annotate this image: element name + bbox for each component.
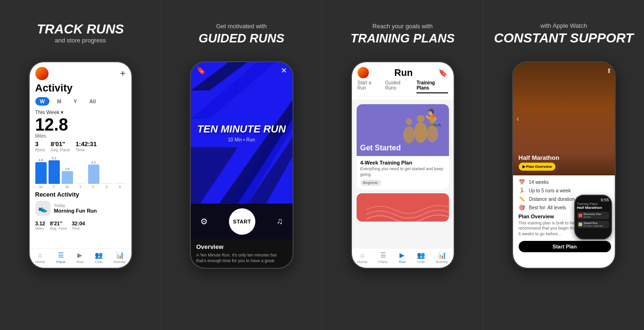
- run-icon-3: ▶: [399, 251, 405, 259]
- recent-title: Recent Activity: [35, 191, 126, 198]
- nav3-home[interactable]: ⌂ Home: [357, 251, 367, 264]
- panel3-subtitle: Reach your goals with: [373, 23, 433, 30]
- panel4-header: with Apple Watch CONSTANT SUPPORT: [494, 15, 633, 53]
- overview-title: Overview: [196, 243, 287, 250]
- bookmark-icon-3[interactable]: 🔖: [438, 68, 448, 77]
- bottom-nav-3: ⌂ Home ☰ Plans ▶ Run 👥: [352, 248, 454, 268]
- beginner-badge: Beginner: [360, 180, 381, 186]
- panel1-subtitle: and store progress: [55, 37, 106, 44]
- prev-arrow-icon[interactable]: ‹: [517, 115, 519, 123]
- overview-section: Overview A Ten Minute Run. It's only ten…: [191, 239, 293, 268]
- avatar: [35, 67, 49, 80]
- nav3-run[interactable]: ▶ Run: [399, 251, 406, 264]
- watch-app-title: Training Plans: [577, 202, 609, 206]
- stat-pace: 8'01" Avg. Pace: [51, 140, 70, 152]
- guided-top-icons: 🔖 ✕: [191, 66, 293, 75]
- run-date: Today: [54, 203, 126, 208]
- watch-details: 📅 14 weeks 🏃 Up to 5 runs a week 📏 Dista…: [513, 175, 616, 268]
- plan-overview-btn[interactable]: ▶ Plan Overview: [519, 163, 556, 171]
- share-icon[interactable]: ⬆: [606, 67, 612, 74]
- run-meta: 10 Min • Run: [197, 137, 285, 142]
- bar-sat: S: [101, 182, 113, 189]
- watch-screen: 9:55 Training Plans Half Marathon Recove…: [575, 196, 611, 239]
- activity-title: Activity: [35, 82, 126, 94]
- svg-point-11: [417, 115, 424, 123]
- tab-week[interactable]: W: [35, 97, 49, 106]
- activity-chart: 4.8 M 5.2 T 2.8 W: [35, 156, 126, 189]
- card-purple: 🏃 Get Started: [357, 104, 449, 156]
- watch-plan-title: Half Marathon: [577, 206, 609, 210]
- bottom-nav-1: ⌂ Home ☰ Plans ▶ Run 👥 Club: [30, 248, 131, 268]
- phone-3: Run 🔖 Start a Run Guided Runs Training P…: [351, 61, 455, 269]
- panel-training-plans: Reach your goals with TRAINING PLANS Run…: [322, 0, 483, 330]
- stat-time: 1:42:31 Time: [75, 140, 97, 152]
- video-title: Half Marathon: [519, 154, 560, 161]
- club-icon: 👥: [95, 251, 103, 259]
- svg-point-8: [414, 122, 427, 143]
- recent-run-info: Today Morning Fun Run: [54, 203, 126, 214]
- settings-icon[interactable]: ⚙: [200, 216, 208, 227]
- tab-all[interactable]: All: [84, 97, 100, 106]
- period-tabs: W M Y All: [35, 97, 126, 106]
- nav-plans[interactable]: ☰ Plans: [56, 251, 65, 264]
- run-header-top: Run 🔖: [358, 67, 448, 78]
- get-started-card[interactable]: 🏃 Get Started: [357, 104, 449, 190]
- red-card[interactable]: [357, 193, 449, 222]
- run-name: Morning Fun Run: [54, 208, 126, 214]
- bar-sun: S: [114, 182, 126, 189]
- phone-4-wrap: 👨 ‹ ⬆ Half Marathon ▶ Plan Overview 📅 14…: [512, 61, 616, 269]
- add-button[interactable]: +: [120, 68, 126, 79]
- nav3-plans[interactable]: ☰ Plans: [378, 251, 388, 264]
- ruler-icon: 📏: [519, 196, 525, 202]
- phone-2: 🔖 ✕ TEN MINUTE RUN 10 Min • Run ⚙ START …: [190, 61, 293, 269]
- home-icon: ⌂: [38, 251, 42, 259]
- app-container: TRACK RUNS and store progress + Activity…: [0, 0, 644, 330]
- panel3-title: TRAINING PLANS: [351, 32, 455, 45]
- tab-training-plans[interactable]: Training Plans: [416, 80, 448, 93]
- bookmark-icon[interactable]: 🔖: [196, 66, 206, 75]
- panel4-title: CONSTANT SUPPORT: [494, 31, 633, 46]
- run-section-title: Run: [394, 67, 413, 78]
- detail-weeks: 📅 14 weeks: [519, 179, 611, 185]
- calendar-icon: 📅: [519, 179, 525, 185]
- club-icon-3: 👥: [417, 251, 425, 259]
- nav-home[interactable]: ⌂ Home: [35, 251, 45, 264]
- tab-year[interactable]: Y: [69, 97, 82, 106]
- phone3-screen: Run 🔖 Start a Run Guided Runs Training P…: [352, 62, 454, 268]
- phone2-screen: 🔖 ✕ TEN MINUTE RUN 10 Min • Run ⚙ START …: [191, 62, 293, 268]
- avatar-3: [358, 67, 369, 78]
- plan-desc: Everything you need to get started and k…: [360, 166, 445, 177]
- nav3-club[interactable]: 👥 Club: [417, 251, 425, 264]
- nav-club[interactable]: 👥 Club: [95, 251, 103, 264]
- run-tabs: Start a Run Guided Runs Training Plans: [358, 80, 448, 97]
- guided-title-block: TEN MINUTE RUN 10 Min • Run: [197, 124, 285, 142]
- activity-icon-3: 📊: [438, 251, 446, 259]
- nav3-activity[interactable]: 📊 Activity: [436, 251, 448, 264]
- stat-runs: 3 Runs: [35, 140, 45, 152]
- detail-runs: 🏃 Up to 5 runs a week: [519, 188, 611, 194]
- nav-run[interactable]: ▶ Run: [77, 251, 84, 264]
- guided-controls: ⚙ START ♫: [191, 204, 293, 239]
- start-plan-button[interactable]: Start Plan: [519, 241, 611, 252]
- guided-bg: 🔖 ✕ TEN MINUTE RUN 10 Min • Run: [191, 62, 293, 204]
- bar-tue: 5.2 T: [49, 157, 60, 189]
- dark-screen: 🔖 ✕ TEN MINUTE RUN 10 Min • Run ⚙ START …: [191, 62, 293, 268]
- music-icon[interactable]: ♫: [277, 216, 283, 226]
- panel3-header: Reach your goals with TRAINING PLANS: [351, 15, 455, 53]
- nav-activity[interactable]: 📊 Activity: [114, 251, 125, 264]
- tab-month[interactable]: M: [52, 97, 66, 106]
- activity-icon: 📊: [116, 251, 124, 259]
- light-screen: Run 🔖 Start a Run Guided Runs Training P…: [352, 62, 454, 268]
- close-icon[interactable]: ✕: [281, 66, 287, 75]
- phone1-screen: + Activity W M Y All This Week ▾ 12.8 Mi…: [30, 62, 131, 268]
- tab-start-run[interactable]: Start a Run: [358, 80, 381, 93]
- panel4-subtitle: with Apple Watch: [540, 22, 587, 29]
- speed-dot: [579, 223, 582, 226]
- svg-point-9: [427, 125, 438, 142]
- bar-fri: 4.2 F: [88, 161, 99, 189]
- panel-track-runs: TRACK RUNS and store progress + Activity…: [0, 0, 161, 330]
- start-button[interactable]: START: [229, 208, 255, 235]
- tab-guided-runs[interactable]: Guided Runs: [385, 80, 412, 93]
- training-content: 🏃 Get Started: [352, 99, 454, 248]
- home-icon-3: ⌂: [360, 251, 364, 259]
